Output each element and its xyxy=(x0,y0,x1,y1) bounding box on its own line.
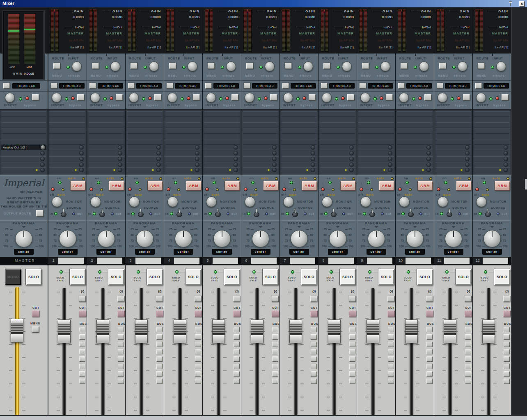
bypass-button[interactable] xyxy=(386,94,393,100)
bus-checkbox[interactable] xyxy=(349,371,355,377)
bypass-button[interactable] xyxy=(463,94,470,100)
fx-slot[interactable] xyxy=(50,122,85,128)
monitor-knob[interactable] xyxy=(206,196,217,207)
volume-fader-handle[interactable] xyxy=(482,320,495,343)
bus-checkbox[interactable] xyxy=(272,356,278,362)
bus-checkbox[interactable] xyxy=(272,342,278,347)
fx-slot[interactable] xyxy=(320,134,355,139)
fx-slot[interactable] xyxy=(1,111,46,117)
fx-slot[interactable] xyxy=(474,156,510,162)
bus-checkbox[interactable] xyxy=(272,364,278,369)
trim-read-display[interactable]: TRIM/READ xyxy=(12,83,40,89)
fx-slot[interactable] xyxy=(50,167,85,173)
arm-button[interactable]: ARM xyxy=(225,181,240,190)
pan-readout[interactable]: center xyxy=(444,249,463,255)
pin-icon[interactable] xyxy=(508,1,513,7)
fx-slot[interactable] xyxy=(474,128,510,134)
bypass-button[interactable] xyxy=(116,94,123,100)
bus-checkbox[interactable] xyxy=(79,334,85,340)
volume-fader-handle[interactable] xyxy=(405,320,418,343)
bus-checkbox[interactable] xyxy=(234,342,240,347)
fx-slot[interactable] xyxy=(204,134,240,139)
slot-button[interactable] xyxy=(388,157,392,161)
bus-checkbox[interactable] xyxy=(195,364,201,369)
fx-slot[interactable] xyxy=(397,139,433,145)
fx-slot[interactable] xyxy=(165,145,201,151)
fx-slot[interactable] xyxy=(50,111,85,117)
slot-button[interactable] xyxy=(156,145,161,150)
fx-slot[interactable] xyxy=(88,111,124,117)
fx-slot[interactable] xyxy=(474,122,510,128)
volume-fader-track[interactable] xyxy=(448,288,452,415)
insert-knob[interactable] xyxy=(360,93,370,103)
volume-fader-track[interactable] xyxy=(487,288,490,415)
bus-checkbox[interactable] xyxy=(311,364,317,369)
monitor-knob[interactable] xyxy=(438,196,448,207)
bus-checkbox[interactable] xyxy=(156,349,163,354)
fx-slot[interactable] xyxy=(204,139,240,145)
volume-fader-track[interactable] xyxy=(255,288,259,415)
bus-checkbox[interactable] xyxy=(118,327,124,332)
slot-button[interactable] xyxy=(349,168,354,172)
channel-name-field[interactable] xyxy=(58,258,84,264)
insert-knob[interactable] xyxy=(438,93,447,103)
pan-knob[interactable] xyxy=(175,230,192,247)
slot-button[interactable] xyxy=(426,168,431,172)
channel-name-field[interactable] xyxy=(290,258,315,264)
insert-knob[interactable] xyxy=(283,93,293,103)
cut-button[interactable] xyxy=(426,310,433,317)
bus-checkbox[interactable] xyxy=(272,334,278,340)
fx-slot[interactable] xyxy=(88,167,124,173)
pan-readout[interactable]: center xyxy=(96,249,116,255)
slot-button[interactable] xyxy=(156,168,161,172)
bus-checkbox[interactable] xyxy=(118,379,124,384)
arm-button[interactable]: ARM xyxy=(109,181,124,190)
fx-slot[interactable] xyxy=(243,117,278,123)
bus-checkbox[interactable] xyxy=(349,342,355,347)
solo-button[interactable]: SOLO xyxy=(25,269,42,285)
bus-checkbox[interactable] xyxy=(118,349,124,354)
slot-button[interactable] xyxy=(156,157,161,161)
fx-slot[interactable] xyxy=(397,128,433,134)
fx-slot[interactable] xyxy=(127,134,163,139)
fx-slot[interactable] xyxy=(243,128,278,134)
insert-knob[interactable] xyxy=(399,93,409,103)
pan-readout[interactable]: center xyxy=(14,249,34,255)
bus-checkbox[interactable] xyxy=(504,349,510,354)
fx-slot[interactable] xyxy=(1,151,46,156)
slot-button[interactable] xyxy=(195,151,199,155)
trim-read-display[interactable]: TRIM/READ xyxy=(368,83,393,89)
slot-button[interactable] xyxy=(504,157,508,161)
fx-slot[interactable] xyxy=(474,162,510,168)
bus-checkbox[interactable] xyxy=(504,327,510,332)
fx-slot[interactable] xyxy=(435,156,471,162)
slot-button[interactable] xyxy=(311,145,315,150)
route-button[interactable] xyxy=(169,63,176,69)
fx-slot[interactable] xyxy=(1,156,46,162)
fx-slot[interactable] xyxy=(204,162,240,168)
slot-button[interactable] xyxy=(311,151,315,155)
fx-slot[interactable] xyxy=(1,122,46,128)
slot-button[interactable] xyxy=(504,145,508,150)
pan-knob[interactable] xyxy=(483,230,501,247)
fx-slot[interactable] xyxy=(281,139,317,145)
insert-knob[interactable] xyxy=(322,93,332,103)
insert-knob[interactable] xyxy=(90,93,100,103)
bus-checkbox[interactable] xyxy=(349,356,355,362)
solo-button[interactable]: SOLO xyxy=(301,269,317,285)
fx-slot[interactable] xyxy=(88,145,124,151)
fx-slot[interactable] xyxy=(397,134,433,139)
volume-fader-handle[interactable] xyxy=(96,320,109,343)
volume-fader-track[interactable] xyxy=(178,288,182,415)
fx-slot[interactable] xyxy=(435,151,471,156)
slot-button[interactable] xyxy=(504,168,508,172)
channel-name-field[interactable] xyxy=(97,258,122,264)
volume-fader-handle[interactable] xyxy=(212,320,225,343)
channel-name-field[interactable] xyxy=(213,258,238,264)
fx-slot[interactable] xyxy=(320,145,355,151)
bus-checkbox[interactable] xyxy=(311,349,317,354)
fx-slot[interactable] xyxy=(397,122,433,128)
trim-button[interactable] xyxy=(205,83,212,89)
bus-checkbox[interactable] xyxy=(272,371,278,377)
fx-slot[interactable] xyxy=(397,151,433,156)
